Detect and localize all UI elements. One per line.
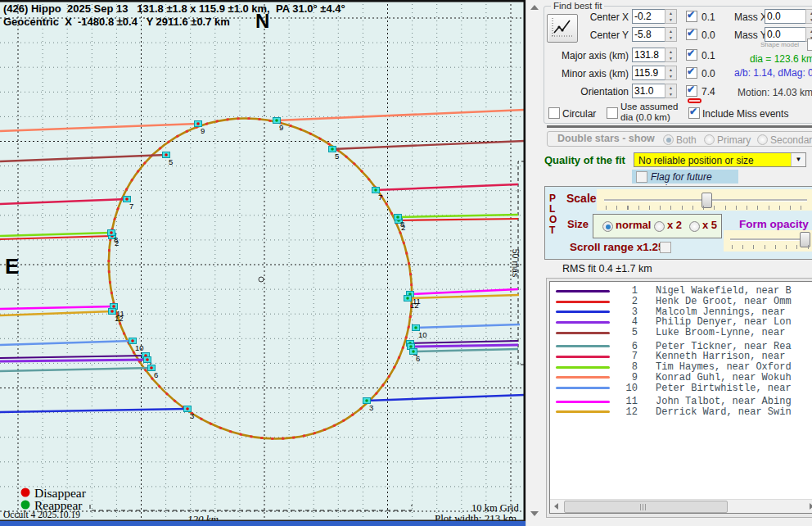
size-x5-radio[interactable]	[689, 221, 700, 232]
center-y-spinner[interactable]: ▲▼	[665, 27, 677, 42]
scroll-range-checkbox[interactable]	[660, 242, 671, 253]
center-x-spinner[interactable]: ▲▼	[665, 9, 677, 24]
chord-4-pre[interactable]	[0, 360, 147, 361]
list-item[interactable]: 1Nigel Wakefield, near B	[550, 286, 812, 297]
chord-1-pre[interactable]	[0, 356, 146, 358]
use-assumed-line2: dia (0.0 km)	[620, 112, 670, 122]
chord-11-post[interactable]	[410, 289, 518, 294]
scroll-down-icon[interactable]	[530, 511, 539, 516]
double-secondary-radio[interactable]	[757, 134, 768, 145]
list-item[interactable]: 2Henk De Groot, near Omm	[550, 297, 812, 307]
chord-5-post[interactable]	[332, 141, 525, 149]
use-assumed-dia-checkbox[interactable]	[607, 107, 618, 119]
major-axis-sigma: 0.1	[701, 50, 715, 61]
list-item[interactable]: 12Derrick Ward, near Swin	[550, 407, 812, 418]
orientation-input[interactable]	[632, 84, 666, 98]
scroll-left-icon[interactable]	[554, 503, 558, 510]
double-both-radio[interactable]	[663, 134, 674, 145]
center-x-sigma: 0.1	[701, 11, 715, 23]
chord-plot-canvas[interactable]: 112233445566778899101011111212 Disappear…	[0, 0, 526, 526]
chord-number-label: 10	[135, 343, 144, 352]
disappear-dot	[21, 488, 30, 497]
scroll-up-icon[interactable]	[530, 5, 539, 10]
list-item[interactable]: 10Peter Birtwhistle, near	[550, 383, 812, 393]
chord-8-post[interactable]	[398, 215, 518, 217]
chord-color-swatch	[556, 290, 610, 292]
center-y-input[interactable]	[632, 27, 666, 42]
plot-vertical-scrollbar[interactable]	[526, 0, 541, 526]
plot-bottom-border	[0, 520, 526, 522]
observer-list[interactable]: 1Nigel Wakefield, near B2Henk De Groot, …	[549, 281, 812, 514]
observer-number: 12	[610, 406, 638, 418]
rms-fit-readout: RMS fit 0.4 ±1.7 km	[562, 263, 652, 274]
list-item[interactable]: 5Luke Broom-Lynne, near	[550, 328, 812, 338]
minor-axis-input[interactable]	[632, 66, 666, 80]
mass-y-label: Mass Y	[734, 29, 767, 41]
minor-axis-fit-checkbox[interactable]	[686, 67, 697, 79]
orientation-lock-icon[interactable]	[688, 98, 701, 103]
chord-6-pre[interactable]	[0, 368, 151, 371]
quality-of-fit-select[interactable]: No reliable position or size ▼	[634, 152, 806, 167]
major-axis-fit-checkbox[interactable]	[686, 49, 697, 61]
center-y-fit-checkbox[interactable]	[686, 29, 697, 40]
size-normal-radio[interactable]	[602, 221, 613, 232]
scale-slider-label: Scale	[566, 192, 597, 205]
list-item[interactable]: 4Philip Denyer, near Lon	[550, 317, 812, 328]
list-item[interactable]: 9Konrad Guhl, near Wokuh	[550, 373, 812, 383]
form-opacity-slider[interactable]	[724, 230, 812, 252]
chord-9-pre[interactable]	[0, 124, 198, 131]
shape-model-label: Shape model	[760, 41, 799, 48]
orientation-fit-checkbox[interactable]	[686, 85, 697, 97]
chord-4-post[interactable]	[411, 345, 518, 347]
list-item[interactable]: 11John Talbot, near Abing	[550, 397, 812, 407]
dropdown-arrow-icon[interactable]: ▼	[791, 153, 805, 166]
chord-number-label: 12	[410, 301, 419, 310]
minor-axis-spinner[interactable]: ▲▼	[665, 66, 677, 80]
double-primary-radio[interactable]	[704, 134, 715, 145]
chord-3-pre[interactable]	[0, 409, 187, 412]
section-divider	[547, 125, 812, 128]
circular-checkbox[interactable]	[548, 107, 560, 119]
chord-7-post[interactable]	[376, 184, 518, 190]
chord-12-post[interactable]	[408, 295, 519, 298]
shape-model-field[interactable]	[807, 39, 812, 51]
chord-12-pre[interactable]	[0, 311, 112, 315]
list-item[interactable]: 8Tim Haymes, near Oxford	[550, 362, 812, 373]
center-x-label: Center X	[540, 11, 629, 23]
chord-number-label: 7	[378, 193, 382, 202]
chord-10-post[interactable]	[416, 324, 520, 328]
include-miss-events-checkbox[interactable]	[688, 107, 700, 119]
chord-6-post[interactable]	[413, 349, 518, 351]
mass-y-input[interactable]	[765, 27, 807, 42]
major-axis-spinner[interactable]: ▲▼	[665, 48, 677, 62]
chord-11-pre[interactable]	[0, 306, 114, 309]
chord-number-label: 6	[416, 354, 420, 363]
list-item[interactable]: 3Malcolm Jennings, near	[550, 306, 812, 317]
chord-2-post[interactable]	[399, 219, 518, 220]
event-dot	[110, 231, 113, 234]
center-x-input[interactable]	[632, 9, 666, 24]
east-label: E	[5, 254, 19, 279]
list-scrollbar-thumb[interactable]	[564, 501, 728, 513]
list-item[interactable]: 7Kenneth Harrison, near	[550, 351, 812, 362]
mass-x-spinner[interactable]: ▲▼	[805, 9, 812, 24]
scale-slider[interactable]	[597, 189, 812, 211]
size-x2-radio[interactable]	[654, 221, 665, 232]
chord-8-pre[interactable]	[0, 233, 111, 236]
chord-color-swatch	[556, 301, 610, 303]
flag-review-checkbox[interactable]	[636, 171, 647, 183]
chord-7-pre[interactable]	[0, 199, 127, 204]
chord-1-post[interactable]	[410, 341, 518, 343]
list-item[interactable]: 6Peter Tickner, near Rea	[550, 341, 812, 351]
center-x-fit-checkbox[interactable]	[686, 11, 697, 22]
chord-number-label: 5	[169, 157, 173, 166]
list-horizontal-scrollbar[interactable]	[550, 499, 812, 513]
mass-x-input[interactable]	[765, 9, 807, 24]
major-axis-input[interactable]	[632, 48, 666, 62]
size-label: Size	[567, 218, 589, 230]
chord-3-post[interactable]	[367, 395, 525, 401]
chord-10-pre[interactable]	[0, 341, 133, 345]
size-x5-label: x 5	[702, 219, 717, 231]
orientation-spinner[interactable]: ▲▼	[665, 84, 677, 98]
chord-2-pre[interactable]	[0, 236, 112, 239]
